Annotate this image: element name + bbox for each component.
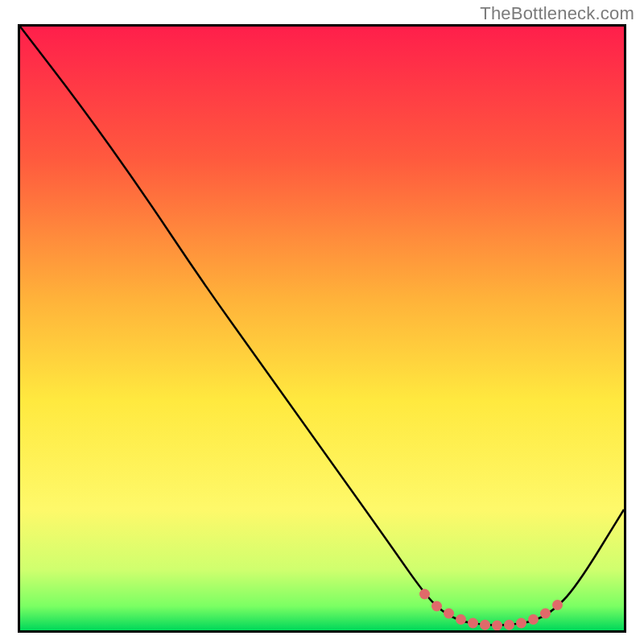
optimal-marker bbox=[540, 609, 551, 619]
optimal-marker bbox=[456, 614, 466, 625]
optimal-marker bbox=[419, 589, 430, 600]
optimal-marker bbox=[504, 620, 514, 630]
optimal-marker bbox=[528, 614, 539, 625]
watermark-label: TheBottleneck.com bbox=[480, 3, 634, 24]
chart-stage: TheBottleneck.com bbox=[0, 0, 644, 644]
chart-svg bbox=[20, 27, 624, 630]
plot-area bbox=[18, 24, 626, 633]
optimal-marker bbox=[516, 618, 526, 629]
chart-background bbox=[20, 27, 624, 630]
optimal-marker bbox=[480, 620, 490, 630]
optimal-marker bbox=[468, 618, 478, 629]
optimal-marker bbox=[492, 621, 502, 631]
optimal-marker bbox=[444, 609, 454, 619]
optimal-marker bbox=[552, 600, 563, 610]
optimal-marker bbox=[431, 601, 442, 612]
